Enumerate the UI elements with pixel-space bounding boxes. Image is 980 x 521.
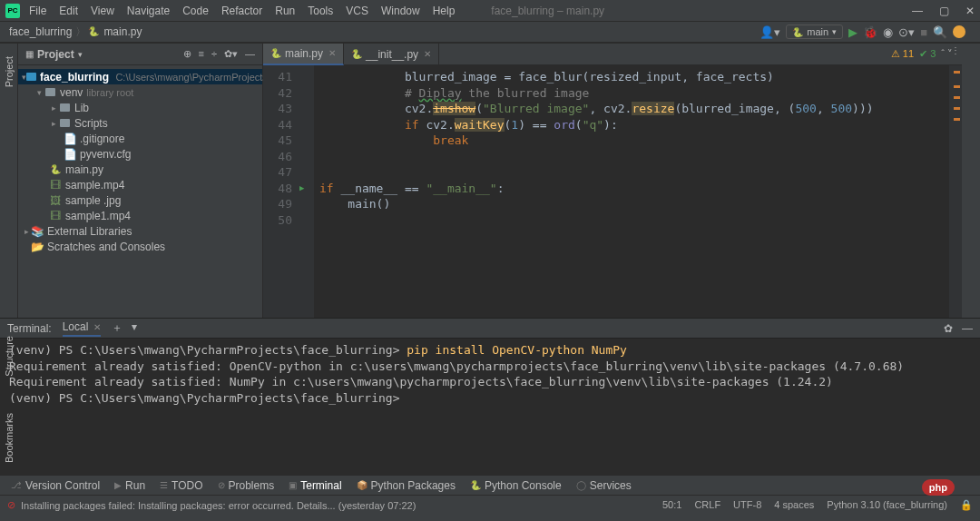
project-tool-button[interactable]: Project — [4, 56, 15, 87]
tool-run[interactable]: ▶Run — [109, 479, 151, 492]
weak-warning-badge[interactable]: ✔ 3 — [919, 48, 936, 60]
tree-main-py[interactable]: 🐍main.py — [18, 162, 262, 177]
tool-version-control[interactable]: ⎇Version Control — [5, 479, 105, 492]
lock-icon[interactable]: 🔒 — [960, 499, 973, 511]
tree-label: Scratches and Consoles — [47, 241, 165, 253]
tree-label: venv — [60, 86, 83, 99]
editor-area: 🐍main.py✕ 🐍__init__.py✕ ⚠ 11 ✔ 3 ˆ ˅ ⋮ 4… — [263, 44, 962, 318]
python-icon: 🐍 — [792, 27, 803, 37]
collapse-arrow-icon[interactable]: ▸ — [49, 119, 58, 128]
gutter-icons: ▶ — [299, 65, 314, 318]
menu-view[interactable]: View — [91, 5, 114, 17]
error-stripe[interactable] — [949, 65, 962, 318]
code-content[interactable]: blurred_image = face_blur(resized_input,… — [314, 65, 949, 318]
left-tool-strip: Project — [0, 44, 18, 318]
close-terminal-tab-icon[interactable]: ✕ — [93, 322, 101, 332]
menu-file[interactable]: File — [29, 5, 46, 17]
expand-all-icon[interactable]: ≡ — [199, 48, 204, 60]
tree-hint: library root — [86, 87, 133, 98]
breadcrumb-separator-icon: 〉 — [75, 25, 86, 40]
hide-terminal-icon[interactable]: — — [962, 322, 973, 335]
menu-code[interactable]: Code — [182, 5, 209, 17]
breadcrumb-root[interactable]: face_blurring — [7, 25, 74, 38]
tool-python-console[interactable]: 🐍Python Console — [465, 479, 567, 492]
folder-icon — [60, 119, 70, 127]
menu-run[interactable]: Run — [275, 5, 295, 17]
debug-icon[interactable]: 🐞 — [863, 25, 877, 39]
tab-main-py[interactable]: 🐍main.py✕ — [263, 44, 344, 65]
tree-pyvenv[interactable]: 📄pyvenv.cfg — [18, 146, 262, 162]
tree-sample-jpg[interactable]: 🖼sample .jpg — [18, 192, 262, 208]
collapse-arrow-icon[interactable]: ▸ — [22, 227, 31, 236]
user-icon[interactable]: 👤▾ — [760, 25, 780, 39]
close-tab-icon[interactable]: ✕ — [328, 48, 336, 58]
avatar-icon[interactable] — [953, 25, 965, 38]
menu-edit[interactable]: Edit — [59, 5, 78, 17]
coverage-icon[interactable]: ◉ — [883, 25, 893, 39]
tool-python-packages[interactable]: 📦Python Packages — [351, 479, 461, 492]
project-view-mode-icon[interactable]: ▦ — [25, 49, 34, 59]
close-tab-icon[interactable]: ✕ — [424, 49, 431, 59]
navigation-bar: face_blurring 〉 🐍 main.py 👤▾ 🐍 main ▾ ▶ … — [0, 22, 980, 44]
terminal-content[interactable]: (venv) PS C:\Users\mwang\PycharmProjects… — [0, 339, 980, 475]
maximize-icon[interactable]: ▢ — [939, 5, 949, 17]
tabs-more-icon[interactable]: ⋮ — [951, 45, 960, 55]
expand-arrow-icon[interactable]: ▾ — [34, 88, 44, 97]
breadcrumb-file[interactable]: main.py — [102, 25, 143, 38]
menu-navigate[interactable]: Navigate — [127, 5, 170, 17]
services-icon: ◯ — [576, 480, 586, 490]
line-separator[interactable]: CRLF — [694, 499, 720, 511]
bookmarks-tool-button[interactable]: Bookmarks — [4, 413, 15, 463]
terminal-settings-icon[interactable]: ✿ — [944, 322, 953, 335]
terminal-options-icon[interactable]: ▾ — [132, 320, 137, 336]
project-panel-title[interactable]: Project — [37, 48, 74, 61]
tool-terminal[interactable]: ▣Terminal — [283, 479, 347, 492]
tool-services[interactable]: ◯Services — [571, 479, 637, 492]
structure-tool-button[interactable]: Structure — [4, 336, 15, 377]
python-file-icon: 🐍 — [88, 26, 99, 37]
run-configuration-selector[interactable]: 🐍 main ▾ — [786, 25, 843, 39]
tree-scratches[interactable]: 📂Scratches and Consoles — [18, 239, 262, 254]
tool-problems[interactable]: ⊘Problems — [212, 479, 280, 492]
code-editor[interactable]: 41424344454647484950 ▶ blurred_image = f… — [263, 65, 962, 318]
tree-lib[interactable]: ▸Lib — [18, 100, 262, 115]
profile-icon[interactable]: ⊙▾ — [898, 25, 915, 39]
tree-root[interactable]: ▾ face_blurring C:\Users\mwang\PycharmPr… — [18, 69, 262, 84]
new-terminal-icon[interactable]: ＋ — [112, 320, 122, 336]
library-icon: 📚 — [31, 225, 44, 238]
menu-refactor[interactable]: Refactor — [221, 5, 262, 17]
close-icon[interactable]: ✕ — [965, 5, 975, 17]
terminal-tab-local[interactable]: Local ✕ — [63, 320, 101, 337]
tree-sample1-mp4[interactable]: 🎞sample1.mp4 — [18, 208, 262, 223]
caret-position[interactable]: 50:1 — [662, 499, 681, 511]
run-gutter-icon[interactable]: ▶ — [299, 181, 314, 197]
tree-label: External Libraries — [47, 225, 132, 238]
menu-vcs[interactable]: VCS — [346, 5, 368, 17]
file-encoding[interactable]: UTF-8 — [733, 499, 761, 511]
settings-icon[interactable]: ✿▾ — [224, 48, 238, 60]
collapse-arrow-icon[interactable]: ▸ — [49, 103, 58, 113]
tree-sample-mp4[interactable]: 🎞sample.mp4 — [18, 177, 262, 192]
interpreter-info[interactable]: Python 3.10 (face_blurring) — [827, 499, 947, 511]
stop-icon[interactable]: ■ — [920, 25, 927, 39]
run-icon[interactable]: ▶ — [848, 25, 858, 39]
status-message[interactable]: ⊘ Installing packages failed: Installing… — [7, 499, 416, 511]
minimize-icon[interactable]: — — [912, 5, 923, 17]
tree-gitignore[interactable]: 📄.gitignore — [18, 131, 262, 146]
tab-label: main.py — [285, 47, 323, 60]
tab-init-py[interactable]: 🐍__init__.py✕ — [344, 44, 439, 65]
chevron-down-icon[interactable]: ▾ — [78, 50, 83, 59]
indent-info[interactable]: 4 spaces — [774, 499, 814, 511]
tree-scripts[interactable]: ▸Scripts — [18, 115, 262, 131]
tree-venv[interactable]: ▾ venv library root — [18, 84, 262, 100]
menu-tools[interactable]: Tools — [308, 5, 333, 17]
tool-todo[interactable]: ☰TODO — [154, 479, 208, 492]
menu-window[interactable]: Window — [381, 5, 420, 17]
select-opened-file-icon[interactable]: ⊕ — [183, 48, 191, 60]
search-everywhere-icon[interactable]: 🔍 — [933, 25, 947, 39]
warning-badge[interactable]: ⚠ 11 — [891, 48, 914, 60]
collapse-all-icon[interactable]: ÷ — [211, 48, 217, 60]
hide-panel-icon[interactable]: — — [245, 48, 255, 60]
tree-external-libs[interactable]: ▸📚External Libraries — [18, 223, 262, 239]
menu-help[interactable]: Help — [433, 5, 456, 17]
